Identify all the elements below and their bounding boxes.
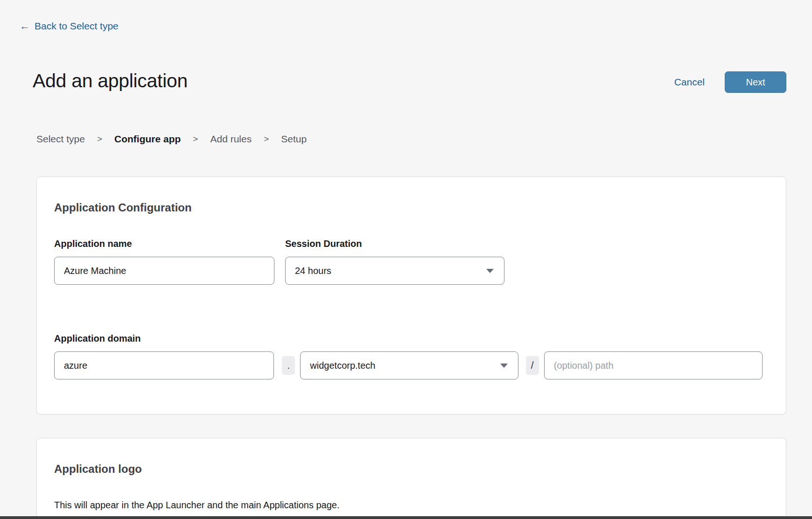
application-name-input[interactable]: [54, 257, 274, 285]
page-title: Add an application: [33, 70, 188, 92]
header-actions: Cancel Next: [674, 71, 786, 93]
domain-slash-separator: /: [526, 356, 539, 375]
chevron-down-icon: [486, 269, 494, 273]
logo-card-description: This will appear in the App Launcher and…: [54, 500, 763, 511]
session-duration-dropdown[interactable]: 24 hours: [285, 257, 504, 285]
next-button[interactable]: Next: [725, 71, 786, 93]
domain-dot-separator: .: [282, 356, 295, 375]
cancel-button[interactable]: Cancel: [674, 77, 705, 88]
session-duration-value: 24 hours: [295, 266, 331, 276]
wizard-breadcrumb: Select type > Configure app > Add rules …: [36, 133, 307, 145]
application-domain-section: Application domain . widgetcorp.tech /: [54, 333, 763, 379]
application-configuration-card: Application Configuration Application na…: [36, 176, 786, 414]
back-arrow-icon: ←: [20, 21, 30, 31]
path-input[interactable]: [544, 351, 763, 379]
step-add-rules[interactable]: Add rules: [210, 133, 252, 145]
application-name-label: Application name: [54, 238, 274, 249]
application-domain-row: . widgetcorp.tech /: [54, 344, 763, 379]
subdomain-input[interactable]: [54, 351, 274, 379]
application-logo-card: Application logo This will appear in the…: [36, 438, 786, 519]
application-domain-label: Application domain: [54, 333, 763, 344]
breadcrumb-separator: >: [264, 134, 269, 144]
session-duration-field-group: Session Duration 24 hours: [285, 238, 504, 285]
step-setup[interactable]: Setup: [281, 133, 307, 145]
logo-card-heading: Application logo: [54, 463, 763, 476]
domain-dropdown[interactable]: widgetcorp.tech: [300, 351, 518, 379]
application-name-field-group: Application name: [54, 238, 274, 285]
name-session-row: Application name Session Duration 24 hou…: [54, 238, 763, 285]
add-application-page: ← Back to Select type Add an application…: [0, 0, 812, 519]
bottom-edge-strip: [0, 516, 812, 519]
chevron-down-icon: [500, 364, 508, 368]
session-duration-label: Session Duration: [285, 238, 504, 249]
breadcrumb-separator: >: [193, 134, 198, 144]
back-to-select-type-link[interactable]: ← Back to Select type: [20, 21, 119, 32]
config-card-heading: Application Configuration: [54, 201, 763, 214]
step-configure-app[interactable]: Configure app: [114, 133, 181, 145]
back-link-label: Back to Select type: [35, 21, 119, 32]
step-select-type[interactable]: Select type: [36, 133, 85, 145]
breadcrumb-separator: >: [97, 134, 102, 144]
domain-value: widgetcorp.tech: [310, 360, 375, 371]
